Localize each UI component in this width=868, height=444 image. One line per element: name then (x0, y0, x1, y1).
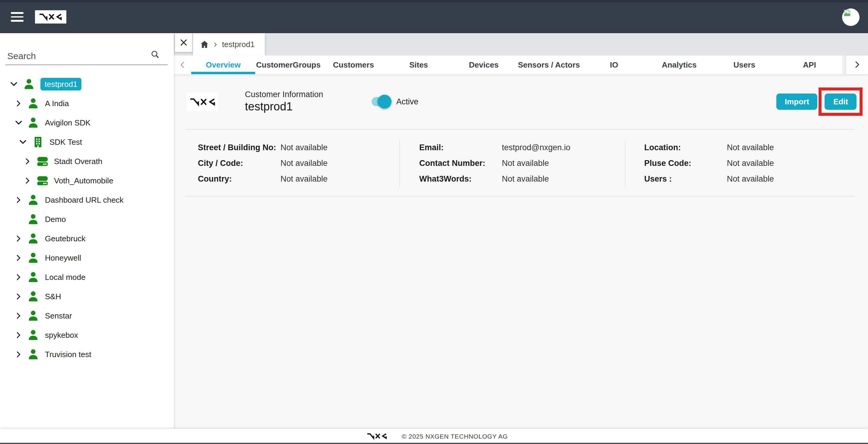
tree-item-spykebox[interactable]: spykebox (0, 325, 174, 345)
sidebar: testprod1A IndiaAvigilon SDKSDK TestStad… (0, 33, 174, 429)
user-avatar[interactable] (842, 8, 860, 26)
tree-item-senstar[interactable]: Senstar (0, 306, 174, 325)
tree-item-s-h[interactable]: S&H (0, 287, 174, 306)
server-icon (36, 175, 49, 186)
tree-item-label: spykebox (45, 330, 78, 339)
tab-devices[interactable]: Devices (451, 56, 516, 74)
tab-customergroups[interactable]: CustomerGroups (256, 56, 321, 74)
app-window: testprod1A IndiaAvigilon SDKSDK TestStad… (0, 0, 868, 444)
person-icon (27, 271, 39, 283)
close-tab-button[interactable] (175, 33, 192, 52)
tree-item-label: Geutebruck (45, 234, 85, 243)
field-label: What3Words: (419, 175, 502, 183)
chevron-right-icon[interactable] (24, 177, 32, 184)
field-value: Not available (280, 143, 328, 152)
chevron-right-icon[interactable] (15, 312, 23, 319)
field-row: City / Code:Not available (198, 155, 399, 171)
chevron-right-icon[interactable] (15, 274, 23, 280)
breadcrumb-page-label: testprod1 (222, 40, 254, 49)
tree-item-dashboard-url-check[interactable]: Dashboard URL check (0, 190, 174, 209)
home-icon[interactable] (200, 40, 209, 48)
import-button[interactable]: Import (776, 94, 818, 110)
tree-item-geutebruck[interactable]: Geutebruck (0, 229, 174, 248)
field-row: What3Words:Not available (419, 171, 625, 187)
field-label: Location: (644, 143, 727, 152)
server-icon (36, 155, 49, 167)
tree-item-testprod1[interactable]: testprod1 (0, 74, 174, 94)
search-icon[interactable] (150, 50, 160, 59)
tab-customers[interactable]: Customers (321, 56, 386, 74)
field-value: Not available (727, 159, 774, 168)
active-toggle[interactable]: Active (372, 97, 418, 106)
toggle-thumb[interactable] (378, 95, 392, 108)
window-bottom-edge (0, 443, 868, 444)
tab-api[interactable]: API (777, 56, 842, 74)
nxg-logo-icon (39, 12, 63, 22)
tab-sensors-actors[interactable]: Sensors / Actors (516, 56, 582, 74)
field-value: Not available (502, 159, 549, 168)
tab-sites[interactable]: Sites (386, 56, 451, 74)
chevron-right-icon[interactable] (15, 196, 23, 203)
tree-item-label: Local mode (45, 273, 85, 281)
tab-io[interactable]: IO (582, 56, 647, 74)
field-row: Country:Not available (198, 171, 399, 187)
edit-button[interactable]: Edit (825, 94, 857, 110)
tree-item-label: Avigilon SDK (45, 118, 91, 127)
chevron-right-icon[interactable] (24, 158, 32, 164)
chevron-down-icon[interactable] (19, 138, 27, 146)
menu-icon[interactable] (11, 12, 24, 22)
search-input[interactable] (6, 50, 144, 62)
topbar (0, 0, 868, 33)
field-value: Not available (280, 175, 328, 183)
tree-item-voth-automobile[interactable]: Voth_Automobile (0, 171, 174, 190)
customer-tree: testprod1A IndiaAvigilon SDKSDK TestStad… (0, 65, 174, 364)
customer-title-block: Customer Information testprod1 (245, 90, 323, 114)
chevron-right-icon[interactable] (15, 235, 23, 242)
tree-item-stadt-overath[interactable]: Stadt Overath (0, 151, 174, 171)
field-row: Street / Building No:Not available (198, 140, 399, 155)
tab-users[interactable]: Users (712, 56, 777, 74)
tree-item-label: Senstar (45, 311, 72, 320)
field-row: Location:Not available (644, 140, 855, 155)
breadcrumb[interactable]: testprod1 (193, 33, 265, 56)
field-label: Email: (419, 143, 502, 152)
customer-fields: Street / Building No:Not availableCity /… (185, 129, 855, 196)
field-label: Country: (198, 175, 280, 183)
customer-header: Customer Information testprod1 Active Im… (185, 74, 855, 129)
tab-analytics[interactable]: Analytics (647, 56, 712, 74)
tabs-scroll-left-icon[interactable] (174, 56, 191, 74)
person-icon (27, 116, 39, 129)
edit-highlight-box: Edit (819, 88, 863, 116)
chevron-down-icon[interactable] (15, 119, 23, 126)
chevron-right-icon[interactable] (15, 254, 23, 261)
person-icon (22, 77, 35, 90)
nxg-logo-icon (189, 96, 216, 107)
chevron-right-icon[interactable] (15, 293, 23, 299)
tree-item-honeywell[interactable]: Honeywell (0, 248, 174, 267)
tree-item-a-india[interactable]: A India (0, 94, 174, 113)
customer-logo (186, 92, 218, 111)
brand-logo (35, 10, 66, 24)
chevron-right-icon[interactable] (15, 100, 23, 106)
field-column-2: Email:testprod@nxgen.ioContact Number:No… (399, 140, 625, 187)
chevron-right-icon[interactable] (15, 351, 23, 357)
tree-item-local-mode[interactable]: Local mode (0, 267, 174, 287)
chevron-right-icon (213, 41, 218, 47)
tree-item-avigilon-sdk[interactable]: Avigilon SDK (0, 113, 174, 132)
tree-item-sdk-test[interactable]: SDK Test (0, 132, 174, 151)
field-row: Contact Number:Not available (419, 155, 625, 171)
tree-item-truvision-test[interactable]: Truvision test (0, 345, 174, 364)
toggle-track[interactable] (372, 97, 390, 106)
chevron-down-icon[interactable] (10, 80, 18, 88)
tab-overview[interactable]: Overview (191, 56, 256, 74)
tree-item-label: Stadt Overath (54, 157, 102, 166)
field-value: Not available (280, 159, 328, 168)
tree-item-label: Honeywell (45, 253, 81, 262)
tree-item-demo[interactable]: Demo (0, 209, 174, 229)
chevron-right-icon[interactable] (15, 331, 23, 338)
tabs-scroll-right-icon[interactable] (846, 56, 868, 74)
tab-list: OverviewCustomerGroupsCustomersSitesDevi… (191, 56, 842, 74)
nxg-logo-icon (360, 432, 394, 440)
broken-image-icon (843, 9, 851, 17)
field-label: Pluse Code: (644, 159, 727, 168)
